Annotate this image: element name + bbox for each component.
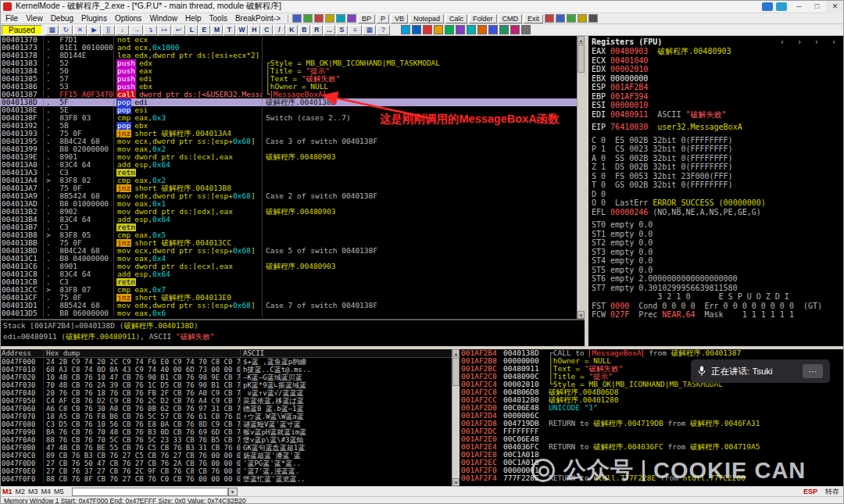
plugin-icon[interactable] bbox=[423, 25, 432, 34]
scroll-down-icon[interactable]: ▼ bbox=[452, 478, 460, 486]
panel-button-b[interactable]: B bbox=[299, 25, 310, 35]
plugin-icon[interactable] bbox=[412, 25, 421, 34]
register-line[interactable]: ESI 00000010 bbox=[588, 101, 844, 110]
panel-button-s[interactable]: S bbox=[336, 25, 348, 35]
stack-row[interactable]: 001AF2F000000001 bbox=[460, 466, 844, 474]
disasm-row[interactable]: 00401383. 52pushedx┌Style = MB_OK|MB_ICO… bbox=[0, 59, 577, 67]
disasm-row[interactable]: 00401385. 57pushedi│Text = "破解失败" bbox=[0, 75, 577, 83]
scroll-up-icon[interactable]: ▲ bbox=[578, 36, 585, 44]
hex-row[interactable]: 0047F080C3 D5 CB 76 10 56 CB 76 E8 0A CB… bbox=[0, 420, 452, 428]
hex-row[interactable]: 0047F02010 4B CB 76 10 47 CB 76 90 B1 CB… bbox=[0, 374, 452, 381]
disasm-row[interactable]: 004013A4> 83F8 02cmpeax,0x2 bbox=[0, 177, 577, 184]
plugin-icon[interactable] bbox=[303, 14, 313, 23]
register-line[interactable]: ST2 empty 0.0 bbox=[588, 238, 844, 248]
hex-row[interactable]: 0047F00024 2B C9 74 20 2C C9 74 F6 E0 C9… bbox=[0, 358, 452, 366]
hex-row[interactable]: 0047F0A088 76 CB 76 70 5C CB 76 5C 23 33… bbox=[0, 436, 452, 444]
hexdump-pane[interactable]: Address Hex dump ASCII 0047F00024 2B C9 … bbox=[0, 349, 452, 486]
pane-nav-arrow[interactable]: › bbox=[797, 38, 802, 46]
plugin-icon[interactable] bbox=[445, 25, 454, 34]
panel-button-e[interactable]: E bbox=[198, 25, 210, 35]
hex-row[interactable]: 0047F0C089 CB 76 B3 CB 76 27 C5 CB 76 27… bbox=[0, 452, 452, 459]
memory-tab-m1[interactable]: M1 bbox=[2, 488, 13, 495]
quick-button-exit[interactable]: Exit bbox=[524, 14, 543, 23]
hex-row[interactable]: 0047F090BA 76 CB 76 70 48 CB 76 B3 0D CB… bbox=[0, 428, 452, 436]
plugin-icon[interactable] bbox=[588, 14, 598, 23]
register-line[interactable]: FST 0000 Cond 0 0 0 0 Err 0 0 0 0 0 0 0 … bbox=[588, 302, 844, 311]
quick-button-notepad[interactable]: Notepad bbox=[409, 14, 444, 23]
maximize-button[interactable]: □ bbox=[808, 0, 826, 13]
scroll-up-icon[interactable]: ▲ bbox=[452, 349, 460, 357]
menu-plugins[interactable]: Plugins bbox=[77, 14, 111, 23]
disasm-row[interactable]: 00401373. 81E1 00100000andecx,0x1000 bbox=[0, 44, 577, 52]
titlebar-plugin-icon-2[interactable] bbox=[776, 2, 787, 11]
menu-options[interactable]: Options bbox=[111, 14, 145, 23]
hex-row[interactable]: 0047F0B047 4B CB 76 BE 55 CB 76 C5 CB 76… bbox=[0, 444, 452, 452]
disasm-row[interactable]: 004013C8. 83C4 64addesp,0x64 bbox=[0, 270, 577, 278]
hex-row[interactable]: 0047F050C4 AF CB 76 D2 C9 CB 76 2C D2 CB… bbox=[0, 397, 452, 405]
disasm-row[interactable]: 00401387. FF15 A0F34700calldword ptr ds:… bbox=[0, 91, 577, 98]
debug-control-icon[interactable]: ↓ bbox=[116, 25, 129, 35]
debug-control-icon[interactable]: ↻ bbox=[59, 25, 73, 35]
chevron-down-icon[interactable]: ▾ bbox=[228, 488, 238, 496]
debug-control-icon[interactable]: ↦ bbox=[158, 25, 171, 35]
plugin-icon[interactable] bbox=[499, 25, 509, 34]
plugin-icon[interactable] bbox=[510, 25, 520, 34]
plugin-icon[interactable] bbox=[521, 25, 531, 34]
info-pane[interactable]: Stack [001AF2B4]=0040138D (破解程序.0040138D… bbox=[0, 319, 585, 346]
register-line[interactable]: T 0 GS 002B 32bit 0(FFFFFFFF) bbox=[588, 181, 844, 190]
panel-button-xxx[interactable]: ... bbox=[324, 25, 335, 35]
disasm-row[interactable]: 004013B7. C3retn bbox=[0, 223, 577, 231]
memory-tab-m3[interactable]: M3 bbox=[28, 488, 38, 495]
menu-breakpoint[interactable]: BreakPoint-> bbox=[231, 14, 284, 23]
panel-button-k[interactable]: K bbox=[286, 25, 298, 35]
register-line[interactable]: EFL 00000246 (NO,NB,NE,A,NS,PE,GE,G) bbox=[588, 208, 844, 217]
disasm-row[interactable]: 00401393. 75 0Fjnzshort 破解程序.004013A4 bbox=[0, 130, 577, 138]
disasm-row[interactable]: 00401399. B8 02000000moveax,0x2 bbox=[0, 145, 577, 153]
quick-button-bp[interactable]: BP bbox=[358, 14, 375, 23]
disasm-row[interactable]: 004013BD. 8B4C24 68movecx,dword ptr ss:[… bbox=[0, 247, 577, 255]
disasm-row[interactable]: 004013D1. 8B5424 68movedx,dword ptr ss:[… bbox=[0, 302, 577, 309]
disasm-row[interactable]: 004013CF. 75 0Fjnzshort 破解程序.004013E0 bbox=[0, 294, 577, 302]
plugin-icon[interactable] bbox=[456, 25, 465, 34]
stack-row[interactable]: 001AF2E800C1A018 bbox=[460, 451, 844, 459]
menu-view[interactable]: View bbox=[22, 14, 47, 23]
menu-help[interactable]: Help bbox=[181, 14, 206, 23]
debug-control-icon[interactable]: ↴ bbox=[144, 25, 157, 35]
plugin-icon[interactable] bbox=[401, 25, 410, 34]
disasm-row[interactable]: 00401395. 8B4C24 68movecx,dword ptr ss:[… bbox=[0, 138, 577, 145]
debug-control-icon[interactable]: || bbox=[102, 25, 115, 35]
hex-row[interactable]: 0047F0D027 CB 76 50 47 CB 76 27 CB 76 2A… bbox=[0, 459, 452, 467]
disasm-row[interactable]: 0040138D. 5Fpopedi破解程序.0040138D bbox=[0, 98, 577, 106]
plugin-icon[interactable] bbox=[292, 14, 302, 23]
toolbar-extra-button[interactable]: ≡ bbox=[349, 25, 362, 35]
menu-file[interactable]: File bbox=[2, 14, 22, 23]
stack-row[interactable]: 001AF2CC00401280破解程序.00401280 bbox=[460, 396, 844, 404]
register-line[interactable]: A 0 SS 002B 32bit 0(FFFFFFFF) bbox=[588, 154, 844, 163]
plugin-icon[interactable] bbox=[336, 14, 345, 23]
esp-label[interactable]: ESP bbox=[803, 488, 817, 495]
panel-button-m[interactable]: M bbox=[211, 25, 223, 35]
register-line[interactable]: ST3 empty 0.0 bbox=[588, 248, 844, 257]
register-line[interactable]: C 0 ES 002B 32bit 0(FFFFFFFF) bbox=[588, 136, 844, 145]
memory-tab-m5[interactable]: M5 bbox=[54, 488, 64, 495]
register-line[interactable]: EBX 00000000 bbox=[588, 74, 844, 84]
debug-control-icon[interactable]: ↩ bbox=[172, 25, 185, 35]
menu-debug[interactable]: Debug bbox=[47, 14, 77, 23]
plugin-icon[interactable] bbox=[477, 25, 487, 34]
disasm-row[interactable]: 004013AD. B8 01000000moveax,0x1 bbox=[0, 200, 577, 208]
disassembly-pane[interactable]: 00401370. F7D1notecx00401373. 81E1 00100… bbox=[0, 36, 577, 319]
memory-tab-m2[interactable]: M2 bbox=[16, 488, 26, 495]
stack-row[interactable]: 001AF2E4004036FCRETURN to 破解程序.004036FC … bbox=[460, 443, 844, 451]
pane-nav-arrow[interactable]: ‹ bbox=[780, 38, 785, 46]
disasm-row[interactable]: 004013A3. C3retn bbox=[0, 169, 577, 177]
toolbar-extra-button[interactable]: ▦ bbox=[363, 25, 376, 35]
register-line[interactable]: ECX 00401040 bbox=[588, 56, 844, 66]
panel-button-c[interactable]: C bbox=[261, 25, 273, 35]
memory-tab-m4[interactable]: M4 bbox=[41, 488, 52, 495]
quick-button-cmd[interactable]: CMD bbox=[499, 14, 523, 23]
disasm-row[interactable]: 00401378. 8D144Eleaedx,dword ptr ds:[esi… bbox=[0, 52, 577, 59]
panel-button-r[interactable]: R bbox=[311, 25, 323, 35]
voice-more-button[interactable]: ⋯ bbox=[803, 364, 823, 378]
hex-row[interactable]: 0047F03070 4B CB 76 2A 39 CB 76 1C D5 CB… bbox=[0, 381, 452, 389]
disasm-row[interactable]: 004013C6. 8901movdword ptr ds:[ecx],eax破… bbox=[0, 263, 577, 270]
